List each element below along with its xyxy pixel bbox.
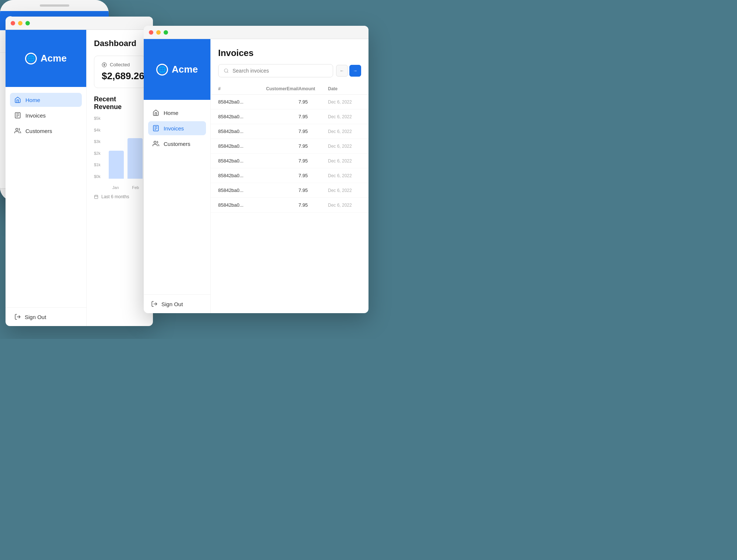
col-customer: Customer xyxy=(266,86,287,91)
chart-footer: Last 6 months xyxy=(94,194,146,199)
mobile-notch-bar xyxy=(0,0,109,11)
logo-text: Acme xyxy=(41,53,67,64)
maximize-button[interactable] xyxy=(25,21,30,25)
sidebar2-invoices-label: Invoices xyxy=(164,125,184,132)
window-tablet-middle: 🌐 Acme Home Invoices Customers xyxy=(144,26,368,313)
sidebar-nav-2: Home Invoices Customers xyxy=(144,100,210,294)
table-header: # Customer Email Amount Date xyxy=(211,83,368,95)
home-icon-2 xyxy=(153,109,159,116)
customers-icon xyxy=(14,127,21,134)
chart-footer-label: Last 6 months xyxy=(101,194,129,199)
dollar-circle-icon xyxy=(102,62,107,67)
col-date: Date xyxy=(328,86,361,91)
stat-label-collected: Collected xyxy=(102,62,138,67)
search-input[interactable] xyxy=(233,68,328,74)
minimize-button[interactable] xyxy=(18,21,22,25)
search-actions: ← → xyxy=(336,65,361,77)
row-amount-2: 7.95 xyxy=(298,114,328,119)
sidebar-item-customers[interactable]: Customers xyxy=(10,124,82,138)
svg-rect-7 xyxy=(95,195,98,199)
sidebar2-item-invoices[interactable]: Invoices xyxy=(148,121,206,135)
signout-icon-1 xyxy=(14,314,21,320)
table-row[interactable]: 85842ba0... 7.95 Dec 6, 2022 xyxy=(211,95,368,109)
signout-label-1: Sign Out xyxy=(25,314,46,320)
sidebar2-home-label: Home xyxy=(164,110,178,116)
logo-mark-2: 🌐 Acme xyxy=(156,64,198,76)
chart-x-labels: Jan Feb xyxy=(106,185,146,190)
row-id-3: 85842ba0... xyxy=(218,129,266,134)
sidebar2-item-customers[interactable]: Customers xyxy=(148,137,206,151)
signout-section-2: Sign Out xyxy=(144,294,210,313)
row-date-6: Dec 6, 2022 xyxy=(328,173,361,178)
recent-revenue-title: Recent Revenue xyxy=(94,95,146,111)
table-row[interactable]: 85842ba0... 7.95 Dec 6, 2022 xyxy=(211,139,368,154)
invoices-icon xyxy=(14,112,21,119)
row-date-2: Dec 6, 2022 xyxy=(328,114,361,119)
row-date-5: Dec 6, 2022 xyxy=(328,158,361,164)
sidebar-nav-1: Home Invoices Customers xyxy=(6,87,86,307)
col-hash: # xyxy=(218,86,266,91)
table-row[interactable]: 85842ba0... 7.95 Dec 6, 2022 xyxy=(211,124,368,139)
main-content-1: Dashboard Collected $2,689.26 Recent Rev… xyxy=(87,30,153,326)
row-id-6: 85842ba0... xyxy=(218,173,266,178)
next-button[interactable]: → xyxy=(349,65,361,77)
row-id-5: 85842ba0... xyxy=(218,158,266,164)
calendar-icon xyxy=(94,195,98,199)
home-icon xyxy=(14,97,21,103)
sidebar-1: 🌐 Acme Home Invoices Customers xyxy=(6,30,87,326)
signout-button-1[interactable]: Sign Out xyxy=(14,314,77,320)
maximize-button-2[interactable] xyxy=(164,30,168,35)
svg-point-4 xyxy=(16,128,18,130)
signout-section-1: Sign Out xyxy=(6,307,86,326)
row-date-3: Dec 6, 2022 xyxy=(328,129,361,134)
row-amount-1: 7.95 xyxy=(298,99,328,105)
sidebar2-customers-label: Customers xyxy=(164,141,191,147)
col-email: Email xyxy=(287,86,298,91)
sidebar2-item-home[interactable]: Home xyxy=(148,106,206,120)
invoices-header: Invoices ← → xyxy=(211,39,368,83)
sidebar-item-home-label: Home xyxy=(25,97,40,103)
table-body: 85842ba0... 7.95 Dec 6, 2022 85842ba0...… xyxy=(211,95,368,213)
row-amount-5: 7.95 xyxy=(298,158,328,164)
search-icon xyxy=(224,68,229,73)
sidebar-2: 🌐 Acme Home Invoices Customers xyxy=(144,39,211,313)
col-amount: Amount xyxy=(298,86,328,91)
svg-point-17 xyxy=(224,69,228,72)
row-date-7: Dec 6, 2022 xyxy=(328,188,361,193)
table-row[interactable]: 85842ba0... 7.95 Dec 6, 2022 xyxy=(211,154,368,168)
row-id-4: 85842ba0... xyxy=(218,143,266,149)
invoices-panel: Invoices ← → # Customer Email Amount xyxy=(211,39,368,313)
sidebar-item-invoices[interactable]: Invoices xyxy=(10,108,82,122)
close-button[interactable] xyxy=(11,21,15,25)
row-id-8: 85842ba0... xyxy=(218,202,266,208)
chart-bars xyxy=(106,116,146,179)
chart-y-labels: $5k $4k $3k $2k $1k $0k xyxy=(94,116,101,179)
globe-icon: 🌐 xyxy=(25,53,37,64)
search-row: ← → xyxy=(218,64,361,77)
minimize-button-2[interactable] xyxy=(156,30,161,35)
row-date-1: Dec 6, 2022 xyxy=(328,99,361,105)
signout-icon-2 xyxy=(151,301,158,307)
row-id-1: 85842ba0... xyxy=(218,99,266,105)
titlebar-2 xyxy=(144,26,368,39)
sidebar-item-home[interactable]: Home xyxy=(10,93,82,107)
table-row[interactable]: 85842ba0... 7.95 Dec 6, 2022 xyxy=(211,109,368,124)
row-date-4: Dec 6, 2022 xyxy=(328,144,361,149)
table-row[interactable]: 85842ba0... 7.95 Dec 6, 2022 xyxy=(211,168,368,183)
close-button-2[interactable] xyxy=(149,30,153,35)
row-amount-6: 7.95 xyxy=(298,173,328,178)
signout-button-2[interactable]: Sign Out xyxy=(151,301,203,307)
row-id-7: 85842ba0... xyxy=(218,188,266,193)
row-id-2: 85842ba0... xyxy=(218,114,266,119)
collected-value: $2,689.26 xyxy=(102,70,138,82)
mobile-notch xyxy=(40,4,69,7)
prev-button[interactable]: ← xyxy=(336,65,348,77)
table-row[interactable]: 85842ba0... 7.95 Dec 6, 2022 xyxy=(211,183,368,198)
row-amount-4: 7.95 xyxy=(298,143,328,149)
sidebar-item-invoices-label: Invoices xyxy=(25,112,46,119)
invoices-icon-2 xyxy=(153,125,159,132)
collected-card: Collected $2,689.26 xyxy=(94,56,146,88)
table-row[interactable]: 85842ba0... 7.95 Dec 6, 2022 xyxy=(211,198,368,213)
search-bar[interactable] xyxy=(218,64,333,77)
sidebar-logo-2: 🌐 Acme xyxy=(144,39,210,100)
